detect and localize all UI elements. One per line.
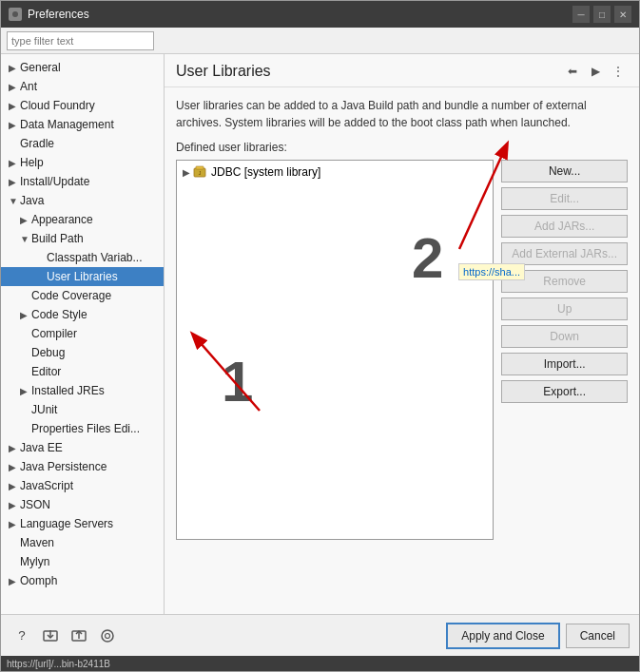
sidebar-item-mylyn[interactable]: Mylyn xyxy=(1,552,164,571)
spacer xyxy=(35,253,47,263)
sidebar-item-label: Debug xyxy=(31,346,160,359)
window-icon xyxy=(9,8,22,21)
sidebar-item-appearance[interactable]: ▶ Appearance xyxy=(1,210,164,229)
sidebar-item-user-libraries[interactable]: User Libraries xyxy=(1,267,164,286)
arrow-icon: ▶ xyxy=(20,215,31,225)
sidebar-item-label: Code Style xyxy=(31,308,160,321)
spacer xyxy=(20,405,31,415)
sidebar-item-label: Classpath Variab... xyxy=(47,251,160,264)
arrow-icon: ▶ xyxy=(9,481,20,491)
content-area: User Libraries ⬅ ▶ ⋮ User libraries can … xyxy=(165,54,639,614)
sidebar-item-compiler[interactable]: Compiler xyxy=(1,324,164,343)
svg-point-16 xyxy=(106,633,110,638)
sidebar-item-javascript[interactable]: ▶ JavaScript xyxy=(1,476,164,495)
buttons-panel: New... Edit... Add JARs... Add External … xyxy=(501,160,628,540)
status-text: https://[url]/...bin-b2411B xyxy=(7,659,110,669)
sidebar-item-label: Compiler xyxy=(31,327,160,340)
spacer xyxy=(9,557,20,567)
footer: ? Apply and Close Cancel xyxy=(1,614,639,656)
forward-button[interactable]: ▶ xyxy=(586,62,605,81)
add-external-jars-button[interactable]: Add External JARs... xyxy=(501,242,628,265)
sidebar-item-label: Java xyxy=(20,194,160,207)
arrow-icon: ▶ xyxy=(9,443,20,453)
arrow-icon: ▶ xyxy=(9,462,20,472)
new-button[interactable]: New... xyxy=(501,160,628,182)
sidebar-item-help[interactable]: ▶ Help xyxy=(1,153,164,172)
sidebar-item-java-persistence[interactable]: ▶ Java Persistence xyxy=(1,457,164,476)
sidebar-item-data-management[interactable]: ▶ Data Management xyxy=(1,115,164,134)
content-header: User Libraries ⬅ ▶ ⋮ xyxy=(165,54,639,87)
help-button[interactable]: ? xyxy=(10,624,33,647)
status-bar: https://[url]/...bin-b2411B xyxy=(1,656,639,671)
sidebar-item-oomph[interactable]: ▶ Oomph xyxy=(1,571,164,590)
sidebar-item-debug[interactable]: Debug xyxy=(1,343,164,362)
sidebar-item-install-update[interactable]: ▶ Install/Update xyxy=(1,172,164,191)
sidebar-item-build-path[interactable]: ▼ Build Path xyxy=(1,229,164,248)
content-body: User libraries can be added to a Java Bu… xyxy=(165,87,639,614)
sidebar-item-maven[interactable]: Maven xyxy=(1,533,164,552)
sidebar-item-gradle[interactable]: Gradle xyxy=(1,134,164,153)
sidebar-item-label: Editor xyxy=(31,365,160,378)
arrow-icon: ▶ xyxy=(20,310,31,320)
menu-button[interactable]: ⋮ xyxy=(609,62,628,81)
sidebar-item-label: General xyxy=(20,61,160,74)
sidebar-item-label: Java EE xyxy=(20,441,160,454)
libraries-panel: ▶ J JDBC [system library] xyxy=(176,160,628,540)
sidebar-item-junit[interactable]: JUnit xyxy=(1,400,164,419)
sidebar-item-label: Appearance xyxy=(31,213,160,226)
toolbar xyxy=(1,28,639,54)
arrow-icon: ▼ xyxy=(20,234,31,244)
sidebar-item-label: User Libraries xyxy=(47,270,160,283)
main-area: ▶ General ▶ Ant ▶ Cloud Foundry ▶ Data M… xyxy=(1,54,639,614)
preferences-window: Preferences ─ □ ✕ ▶ General ▶ Ant ▶ xyxy=(0,0,640,672)
up-button[interactable]: Up xyxy=(501,298,628,320)
down-button[interactable]: Down xyxy=(501,325,628,348)
sidebar-item-label: JavaScript xyxy=(20,479,160,492)
sidebar-item-installed-jres[interactable]: ▶ Installed JREs xyxy=(1,381,164,400)
sidebar-item-language-servers[interactable]: ▶ Language Servers xyxy=(1,514,164,533)
settings-button[interactable] xyxy=(96,624,119,647)
sidebar-item-code-style[interactable]: ▶ Code Style xyxy=(1,305,164,324)
sidebar-item-label: Mylyn xyxy=(20,555,160,568)
list-item[interactable]: ▶ J JDBC [system library] xyxy=(179,163,491,182)
header-actions: ⬅ ▶ ⋮ xyxy=(563,62,628,81)
window-controls: ─ □ ✕ xyxy=(572,6,631,23)
spacer xyxy=(20,348,31,358)
libraries-list[interactable]: ▶ J JDBC [system library] xyxy=(176,160,494,540)
export-button[interactable]: Export... xyxy=(501,380,628,403)
sidebar-item-properties-files[interactable]: Properties Files Edi... xyxy=(1,419,164,438)
sidebar-item-json[interactable]: ▶ JSON xyxy=(1,495,164,514)
sidebar-item-label: Java Persistence xyxy=(20,460,160,473)
back-button[interactable]: ⬅ xyxy=(563,62,582,81)
export-settings-button[interactable] xyxy=(39,624,62,647)
sidebar-item-editor[interactable]: Editor xyxy=(1,362,164,381)
sidebar-item-code-coverage[interactable]: Code Coverage xyxy=(1,286,164,305)
apply-close-button[interactable]: Apply and Close xyxy=(446,623,559,649)
sidebar-item-java-ee[interactable]: ▶ Java EE xyxy=(1,438,164,457)
sidebar-item-classpath-variables[interactable]: Classpath Variab... xyxy=(1,248,164,267)
cancel-button[interactable]: Cancel xyxy=(566,624,630,648)
add-jars-button[interactable]: Add JARs... xyxy=(501,215,628,238)
import-button[interactable]: Import... xyxy=(501,353,628,375)
minimize-button[interactable]: ─ xyxy=(572,6,590,23)
sidebar-item-label: JUnit xyxy=(31,403,160,416)
arrow-icon: ▶ xyxy=(9,63,20,73)
sidebar-item-cloud-foundry[interactable]: ▶ Cloud Foundry xyxy=(1,96,164,115)
import-settings-button[interactable] xyxy=(68,624,90,647)
filter-input[interactable] xyxy=(7,31,154,50)
maximize-button[interactable]: □ xyxy=(593,6,611,23)
sidebar: ▶ General ▶ Ant ▶ Cloud Foundry ▶ Data M… xyxy=(1,54,165,614)
arrow-icon: ▶ xyxy=(9,519,20,529)
sidebar-item-ant[interactable]: ▶ Ant xyxy=(1,77,164,96)
content-title: User Libraries xyxy=(176,63,271,80)
close-button[interactable]: ✕ xyxy=(614,6,631,23)
sidebar-item-java[interactable]: ▼ Java xyxy=(1,191,164,210)
footer-buttons: Apply and Close Cancel xyxy=(446,623,630,649)
arrow-icon: ▶ xyxy=(9,500,20,510)
sidebar-item-label: Oomph xyxy=(20,574,160,587)
arrow-icon: ▶ xyxy=(9,576,20,586)
svg-rect-3 xyxy=(196,166,204,169)
edit-button[interactable]: Edit... xyxy=(501,187,628,210)
tree-arrow-icon: ▶ xyxy=(183,167,190,178)
sidebar-item-general[interactable]: ▶ General xyxy=(1,58,164,77)
